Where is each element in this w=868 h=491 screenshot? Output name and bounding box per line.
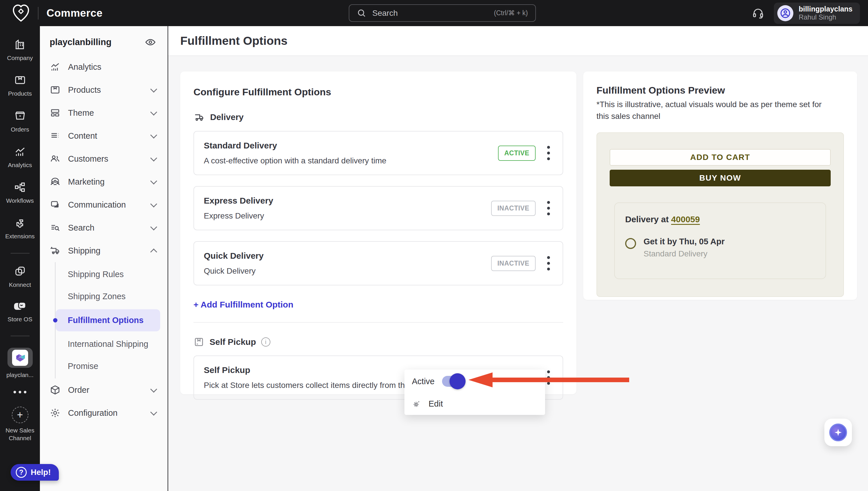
- workflow-icon: [14, 181, 26, 194]
- rail-item-konnect[interactable]: Konnect: [9, 265, 31, 289]
- chevron-down-icon: [150, 132, 157, 138]
- buy-now-button[interactable]: BUY NOW: [610, 170, 831, 186]
- sidebar-item-shipping-rules[interactable]: Shipping Rules: [56, 263, 167, 285]
- box-icon: [14, 74, 26, 86]
- help-button[interactable]: ? Help!: [11, 464, 59, 481]
- user-menu[interactable]: billingplayclans Rahul Singh: [774, 3, 860, 24]
- configure-fulfillment-card: Configure Fulfillment Options Delivery S…: [180, 71, 576, 394]
- status-badge: INACTIVE: [491, 256, 536, 271]
- sidebar-item-communication[interactable]: Communication: [40, 193, 167, 216]
- chevron-down-icon: [150, 109, 157, 115]
- sidebar-item-search[interactable]: Search: [40, 216, 167, 239]
- sidebar-item-products[interactable]: Products: [40, 78, 167, 102]
- global-search-input[interactable]: Search (Ctrl/⌘ + k): [349, 4, 536, 22]
- chat-icon: [50, 199, 61, 210]
- brand-divider: [38, 7, 38, 20]
- page-title: Fulfillment Options: [180, 34, 288, 48]
- option-description: Quick Delivery: [204, 266, 264, 276]
- self-pickup-section-title: Self Pickup: [210, 337, 256, 347]
- rail-item-workflows[interactable]: Workflows: [6, 181, 34, 204]
- more-options-icon[interactable]: [13, 391, 26, 394]
- active-toggle[interactable]: [442, 376, 463, 387]
- store-sidebar: playclanbilling Analytics Products Theme…: [40, 26, 168, 491]
- fulfillment-option-row: Quick Delivery Quick Delivery INACTIVE: [193, 241, 563, 285]
- sidebar-item-customers[interactable]: Customers: [40, 147, 167, 170]
- toggle-knob: [449, 373, 466, 389]
- chevron-down-icon: [150, 86, 157, 92]
- building-icon: [13, 38, 26, 51]
- playclan-logo-icon: [12, 350, 28, 366]
- sidebar-item-shipping-zones[interactable]: Shipping Zones: [56, 285, 167, 308]
- gear-icon: [412, 399, 421, 409]
- kebab-menu-icon[interactable]: [544, 144, 553, 162]
- status-badge: INACTIVE: [491, 201, 536, 216]
- sidebar-item-order[interactable]: Order: [40, 378, 167, 401]
- top-navbar: Commerce Search (Ctrl/⌘ + k): [0, 0, 868, 26]
- rail-item-company[interactable]: Company: [7, 38, 33, 62]
- sidebar-item-configuration[interactable]: Configuration: [40, 401, 167, 424]
- pincode-link[interactable]: 400059: [671, 214, 700, 224]
- delivery-at-label: Delivery at: [625, 214, 671, 224]
- config-card-title: Configure Fulfillment Options: [193, 86, 563, 97]
- sidebar-item-theme[interactable]: Theme: [40, 102, 167, 124]
- box-icon: [50, 84, 61, 95]
- active-app-tile: [7, 348, 33, 368]
- puzzle-icon: [13, 216, 26, 229]
- user-avatar: [777, 5, 794, 21]
- option-name: Express Delivery: [204, 196, 273, 206]
- sidebar-item-content[interactable]: Content: [40, 124, 167, 147]
- rail-item-store-os[interactable]: Store OS: [7, 300, 32, 323]
- user-name-label: Rahul Singh: [799, 13, 852, 22]
- add-fulfillment-option-link[interactable]: + Add Fulfillment Option: [193, 300, 293, 310]
- app-rail: Company Products Orders Analytics Workfl…: [0, 26, 40, 491]
- chevron-down-icon: [150, 200, 157, 207]
- add-to-cart-button[interactable]: ADD TO CART: [610, 149, 831, 166]
- gear-icon: [50, 407, 61, 418]
- rail-item-extensions[interactable]: Extensions: [5, 216, 35, 240]
- kebab-menu-icon[interactable]: [544, 254, 553, 272]
- plus-icon: +: [12, 407, 28, 423]
- search-placeholder: Search: [372, 9, 488, 18]
- eye-icon[interactable]: [145, 36, 156, 48]
- preview-card: Fulfillment Options Preview *This is ill…: [583, 71, 857, 300]
- basket-icon: [14, 110, 26, 122]
- main-area: Fulfillment Options Configure Fulfillmen…: [168, 26, 868, 491]
- sidebar-item-international-shipping[interactable]: International Shipping: [56, 333, 167, 355]
- delivery-option-radio[interactable]: [625, 238, 636, 249]
- edit-menu-item[interactable]: Edit: [412, 399, 538, 409]
- rail-item-products[interactable]: Products: [8, 74, 32, 97]
- rail-item-orders[interactable]: Orders: [11, 110, 29, 133]
- support-headset-icon[interactable]: [752, 7, 764, 19]
- chart-icon: [14, 145, 26, 158]
- option-description: Pick at Store lets customers collect ite…: [204, 381, 416, 390]
- new-sales-channel-button[interactable]: + New Sales Channel: [4, 407, 36, 442]
- sidebar-item-promise[interactable]: Promise: [56, 355, 167, 377]
- kebab-menu-icon[interactable]: [544, 199, 553, 217]
- rail-divider: [11, 253, 30, 254]
- rail-item-analytics[interactable]: Analytics: [8, 145, 32, 169]
- question-icon: ?: [16, 467, 27, 478]
- preview-card-title: Fulfillment Options Preview: [596, 85, 844, 96]
- sidebar-item-shipping[interactable]: Shipping: [40, 239, 167, 262]
- sidebar-item-marketing[interactable]: Marketing: [40, 170, 167, 193]
- people-icon: [50, 153, 61, 164]
- active-toggle-label: Active: [412, 377, 435, 386]
- info-icon[interactable]: i: [261, 337, 270, 347]
- delivery-estimate-box: Delivery at 400059 Get it by Thu, 05 Apr…: [614, 202, 826, 279]
- active-app-label: playclan...: [6, 371, 34, 379]
- rail-item-playclan-app[interactable]: playclan...: [6, 348, 34, 379]
- truck-icon: [50, 245, 61, 256]
- sidebar-item-analytics[interactable]: Analytics: [40, 55, 167, 78]
- ai-assistant-button[interactable]: [825, 418, 852, 446]
- section-divider: [193, 322, 563, 323]
- link-squares-icon: [14, 265, 26, 278]
- option-name: Self Pickup: [204, 365, 416, 375]
- sidebar-item-fulfillment-options[interactable]: Fulfillment Options: [56, 309, 160, 331]
- option-name: Quick Delivery: [204, 251, 264, 261]
- pickup-box-icon: [193, 337, 204, 347]
- kebab-menu-icon[interactable]: [544, 369, 553, 386]
- help-label: Help!: [31, 468, 51, 477]
- commerce-logo-icon[interactable]: [12, 4, 30, 23]
- rail-divider: [11, 336, 30, 336]
- chart-icon: [50, 61, 61, 73]
